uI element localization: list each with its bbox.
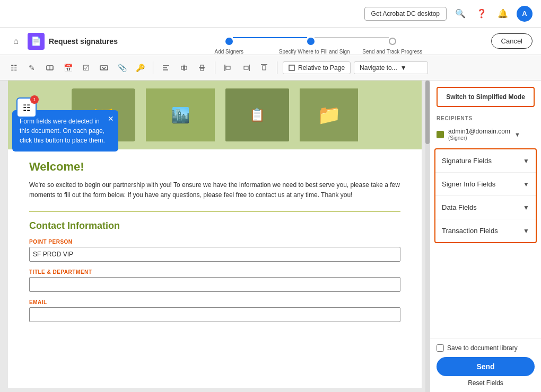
save-library-label: Save to document library (447, 344, 518, 352)
svg-rect-15 (244, 66, 248, 69)
breadcrumb-bar: ⌂ 📄 Request signatures Add Signers Speci… (0, 28, 541, 55)
title-department-input[interactable] (29, 277, 400, 292)
place-fields-button[interactable]: ☷ 1 (16, 97, 37, 118)
cancel-button[interactable]: Cancel (491, 33, 533, 49)
help-icon[interactable]: ❓ (474, 6, 489, 21)
step-3: Send and Track Progress (389, 38, 396, 45)
fields-badge: 1 (30, 95, 39, 104)
navigate-dropdown[interactable]: Navigate to... ▼ (354, 61, 428, 74)
transaction-fields-row[interactable]: Transaction Fields ▼ (435, 219, 536, 242)
data-fields-chevron-icon: ▼ (523, 204, 529, 211)
save-library-checkbox[interactable] (437, 344, 444, 352)
step-line-2 (315, 37, 389, 38)
signer-info-fields-row[interactable]: Signer Info Fields ▼ (435, 173, 536, 196)
step-line-1 (233, 37, 307, 38)
svg-rect-7 (181, 66, 184, 69)
stamp-icon[interactable]: 🔑 (133, 60, 147, 75)
scrollbar-thumb[interactable] (425, 81, 430, 144)
distribute-h-icon[interactable] (177, 60, 191, 75)
form-fields-icon: ☷ (23, 103, 30, 113)
signer-info-chevron-icon: ▼ (523, 181, 529, 188)
top-bar: Get Acrobat DC desktop 🔍 ❓ 🔔 A (0, 0, 541, 28)
scrollbar-track[interactable] (425, 81, 430, 392)
signature-icon[interactable]: ✎ (24, 60, 39, 75)
step3-dot (389, 38, 396, 45)
recipients-label: RECIPIENTS (430, 113, 541, 124)
breadcrumb-title: Request signatures (49, 37, 118, 46)
svg-rect-18 (289, 65, 294, 70)
text-field-icon[interactable]: ☷ (6, 60, 21, 75)
step-1: Add Signers (225, 38, 233, 45)
transaction-fields-chevron-icon: ▼ (523, 227, 529, 235)
signature-fields-chevron-icon: ▼ (523, 157, 529, 165)
bell-icon[interactable]: 🔔 (495, 6, 510, 21)
top-bar-right: Get Acrobat DC desktop 🔍 ❓ 🔔 A (364, 6, 533, 22)
step1-dot (225, 38, 233, 45)
city-image: 🏙️ (146, 88, 215, 141)
bottom-actions: Save to document library Send Reset Fiel… (430, 338, 541, 392)
relative-to-page-button[interactable]: Relative to Page (283, 61, 351, 74)
step2-label: Specify Where to Fill and Sign (279, 49, 343, 55)
document-area[interactable]: ☷ 1 ✕ Form fields were detected in this … (0, 81, 430, 392)
data-fields-row[interactable]: Data Fields ▼ (435, 196, 536, 219)
steps-container: Add Signers Specify Where to Fill and Si… (130, 37, 491, 46)
recipient-color-indicator (437, 131, 444, 138)
doc-divider (29, 211, 400, 212)
align-left-edge-icon[interactable] (221, 60, 235, 75)
field2-label: TITLE & DEPARTMENT (29, 269, 400, 275)
tooltip-message: Form fields were detected in this docume… (20, 118, 105, 144)
svg-rect-17 (263, 66, 266, 70)
document-content: Welcome! We're so excited to begin our p… (8, 149, 422, 340)
folder-image: 📁 (300, 88, 358, 141)
align-top-edge-icon[interactable] (257, 60, 272, 75)
main-layout: ☷ 1 ✕ Form fields were detected in this … (0, 81, 541, 392)
signer-info-label: Signer Info Fields (442, 180, 495, 188)
svg-rect-10 (200, 65, 204, 67)
resume-image: 📋 (225, 88, 289, 141)
step3-label: Send and Track Progress (361, 49, 424, 55)
home-button[interactable]: ⌂ (8, 34, 23, 49)
distribute-v-icon[interactable] (195, 60, 210, 75)
align-left-icon[interactable] (159, 60, 173, 75)
avatar[interactable]: A (517, 6, 533, 22)
dropdown-icon[interactable] (97, 60, 111, 75)
tooltip-close-button[interactable]: ✕ (108, 113, 114, 124)
email-input[interactable] (29, 307, 400, 322)
navigate-label: Navigate to... (360, 64, 397, 72)
step1-label: Add Signers (197, 49, 261, 55)
right-panel: Switch to Simplified Mode RECIPIENTS adm… (430, 81, 541, 392)
checkbox-icon[interactable]: ☑ (78, 60, 93, 75)
intro-text: We're so excited to begin our partnershi… (29, 180, 400, 200)
toolbar-sep-2 (215, 61, 215, 74)
save-library-row: Save to document library (437, 344, 535, 352)
recipient-info: admin1@domain.com (Signer) (448, 128, 510, 141)
step2-dot (307, 38, 315, 45)
field1-label: POINT PERSON (29, 239, 400, 245)
send-button[interactable]: Send (437, 357, 535, 376)
recipient-row[interactable]: admin1@domain.com (Signer) ▼ (430, 124, 541, 144)
simplified-mode-button[interactable]: Switch to Simplified Mode (437, 87, 535, 107)
data-fields-label: Data Fields (442, 203, 477, 211)
attach-icon[interactable]: 📎 (115, 60, 129, 75)
initials-icon[interactable] (42, 60, 57, 75)
section-title: Contact Information (29, 220, 400, 231)
transaction-fields-label: Transaction Fields (442, 227, 498, 235)
get-acrobat-button[interactable]: Get Acrobat DC desktop (364, 7, 447, 21)
point-person-input[interactable] (29, 247, 400, 262)
doc-icon: 📄 (28, 33, 45, 50)
signature-fields-row[interactable]: Signature Fields ▼ (435, 149, 536, 173)
step-2: Specify Where to Fill and Sign (307, 38, 315, 45)
svg-rect-11 (200, 68, 204, 70)
search-icon[interactable]: 🔍 (453, 6, 468, 21)
recipient-name: admin1@domain.com (448, 128, 510, 135)
align-right-edge-icon[interactable] (239, 60, 254, 75)
date-icon[interactable]: 📅 (60, 60, 75, 75)
relative-to-page-label: Relative to Page (298, 64, 345, 72)
recipient-chevron-icon: ▼ (514, 131, 520, 138)
svg-rect-8 (185, 66, 187, 69)
fields-section: Signature Fields ▼ Signer Info Fields ▼ … (434, 148, 537, 243)
reset-fields-link[interactable]: Reset Fields (437, 379, 535, 387)
field3-label: EMAIL (29, 299, 400, 305)
spacer (430, 247, 541, 338)
svg-rect-13 (226, 66, 230, 69)
